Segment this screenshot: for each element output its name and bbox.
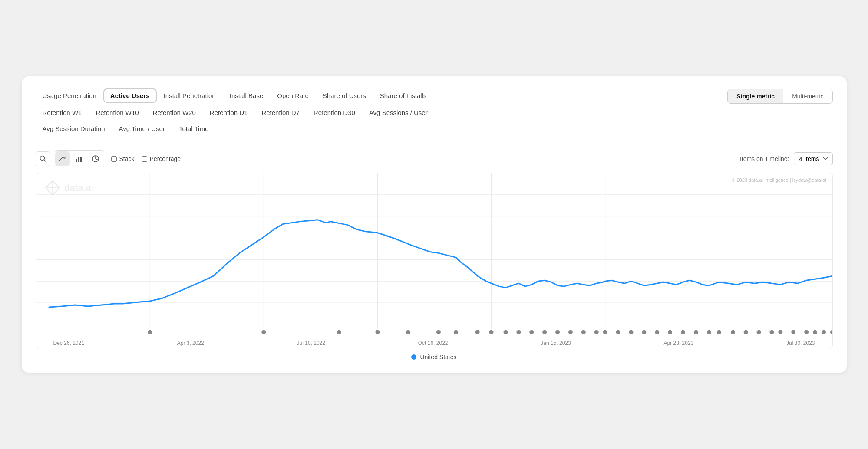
x-axis-labels: Dec 26, 2021 Apr 3, 2022 Jul 10, 2022 Oc… xyxy=(36,338,832,348)
svg-point-38 xyxy=(529,330,534,334)
percentage-checkbox-label[interactable]: Percentage xyxy=(142,155,181,162)
svg-point-50 xyxy=(681,330,685,334)
tabs-row-2: Retention W1 Retention W10 Retention W20… xyxy=(36,105,833,120)
percentage-label: Percentage xyxy=(150,155,181,162)
tab-retention-w10[interactable]: Retention W10 xyxy=(89,105,145,120)
legend-label-us: United States xyxy=(420,354,456,361)
svg-rect-4 xyxy=(80,157,82,162)
svg-point-52 xyxy=(706,330,711,334)
tab-avg-sessions[interactable]: Avg Sessions / User xyxy=(362,105,435,120)
svg-point-49 xyxy=(668,330,672,334)
svg-point-53 xyxy=(716,330,721,334)
svg-point-36 xyxy=(503,330,508,334)
chart-watermark: data.ai xyxy=(45,180,93,196)
svg-point-33 xyxy=(453,330,458,334)
chart-legend: United States xyxy=(36,348,833,362)
items-timeline-label: Items on Timeline: xyxy=(740,155,789,162)
tab-install-penetration[interactable]: Install Penetration xyxy=(157,88,223,103)
legend-dot-us xyxy=(411,354,416,360)
svg-point-42 xyxy=(581,330,585,334)
svg-point-57 xyxy=(769,330,774,334)
svg-point-59 xyxy=(791,330,795,334)
svg-line-1 xyxy=(44,160,46,162)
toolbar: Stack Percentage Items on Timeline: 1 It… xyxy=(36,150,833,167)
chart-type-group xyxy=(54,150,104,167)
tab-total-time[interactable]: Total Time xyxy=(172,121,215,136)
svg-point-48 xyxy=(655,330,659,334)
x-label-7: Jul 30, 2023 xyxy=(786,340,815,346)
zoom-button[interactable] xyxy=(36,151,50,166)
svg-point-29 xyxy=(337,330,341,334)
percentage-checkbox[interactable] xyxy=(142,156,147,162)
watermark-diamond-icon xyxy=(45,180,60,196)
tab-retention-d30[interactable]: Retention D30 xyxy=(307,105,362,120)
svg-point-63 xyxy=(830,330,832,334)
svg-point-35 xyxy=(489,330,493,334)
tab-share-installs[interactable]: Share of Installs xyxy=(373,88,434,103)
x-label-5: Jan 15, 2023 xyxy=(541,340,571,346)
svg-point-45 xyxy=(616,330,620,334)
x-label-1: Dec 26, 2021 xyxy=(53,340,84,346)
line-chart-btn[interactable] xyxy=(55,151,70,166)
tab-active-users[interactable]: Active Users xyxy=(103,88,157,103)
items-timeline: Items on Timeline: 1 Item 2 Items 3 Item… xyxy=(740,152,833,165)
tabs-row-1: Usage Penetration Active Users Install P… xyxy=(36,88,434,103)
svg-point-34 xyxy=(475,330,479,334)
chart-area: data.ai © 2023 data.ai Intelligence | ls… xyxy=(36,173,833,348)
svg-point-60 xyxy=(804,330,809,334)
svg-point-0 xyxy=(40,156,44,161)
svg-line-11 xyxy=(45,183,49,188)
svg-point-51 xyxy=(694,330,698,334)
tab-install-base[interactable]: Install Base xyxy=(223,88,271,103)
tab-retention-d7[interactable]: Retention D7 xyxy=(254,105,307,120)
stack-label: Stack xyxy=(119,155,135,162)
svg-point-56 xyxy=(756,330,761,334)
x-label-2: Apr 3, 2022 xyxy=(177,340,204,346)
svg-point-32 xyxy=(436,330,440,334)
svg-rect-2 xyxy=(76,159,77,162)
svg-point-47 xyxy=(642,330,646,334)
metric-toggle: Single metric Multi-metric xyxy=(727,89,832,104)
svg-point-37 xyxy=(516,330,521,334)
svg-point-62 xyxy=(822,330,826,334)
tab-share-users[interactable]: Share of Users xyxy=(316,88,373,103)
svg-point-54 xyxy=(730,330,735,334)
tab-open-rate[interactable]: Open Rate xyxy=(270,88,316,103)
divider xyxy=(36,143,833,143)
x-label-4: Oct 16, 2022 xyxy=(418,340,448,346)
svg-point-58 xyxy=(778,330,782,334)
tabs-row-3: Avg Session Duration Avg Time / User Tot… xyxy=(36,121,833,136)
tab-avg-time-user[interactable]: Avg Time / User xyxy=(112,121,172,136)
svg-point-61 xyxy=(813,330,817,334)
watermark-text: data.ai xyxy=(65,182,93,193)
svg-point-30 xyxy=(375,330,380,334)
stack-checkbox[interactable] xyxy=(111,156,117,162)
svg-rect-3 xyxy=(78,157,79,162)
stack-checkbox-label[interactable]: Stack xyxy=(111,155,135,162)
svg-point-46 xyxy=(629,330,633,334)
svg-point-28 xyxy=(261,330,266,334)
bar-chart-btn[interactable] xyxy=(72,151,86,166)
single-metric-btn[interactable]: Single metric xyxy=(728,89,783,103)
tab-retention-w1[interactable]: Retention W1 xyxy=(36,105,89,120)
svg-point-55 xyxy=(743,330,748,334)
svg-line-7 xyxy=(96,159,98,160)
pie-chart-btn[interactable] xyxy=(88,151,103,166)
svg-point-31 xyxy=(406,330,410,334)
svg-point-43 xyxy=(594,330,598,334)
items-timeline-select[interactable]: 1 Item 2 Items 3 Items 4 Items 5 Items xyxy=(794,152,833,165)
tab-retention-d1[interactable]: Retention D1 xyxy=(203,105,255,120)
x-label-3: Jul 10, 2022 xyxy=(297,340,325,346)
svg-line-13 xyxy=(56,183,59,188)
svg-point-27 xyxy=(148,330,152,334)
multi-metric-btn[interactable]: Multi-metric xyxy=(783,89,832,103)
x-label-6: Apr 23, 2023 xyxy=(664,340,694,346)
svg-line-12 xyxy=(45,188,49,193)
tab-usage-penetration[interactable]: Usage Penetration xyxy=(36,88,103,103)
tab-retention-w20[interactable]: Retention W20 xyxy=(146,105,203,120)
svg-point-41 xyxy=(568,330,572,334)
main-card: Usage Penetration Active Users Install P… xyxy=(22,76,847,373)
tab-avg-session-duration[interactable]: Avg Session Duration xyxy=(36,121,112,136)
svg-point-39 xyxy=(542,330,547,334)
svg-line-14 xyxy=(56,188,59,193)
